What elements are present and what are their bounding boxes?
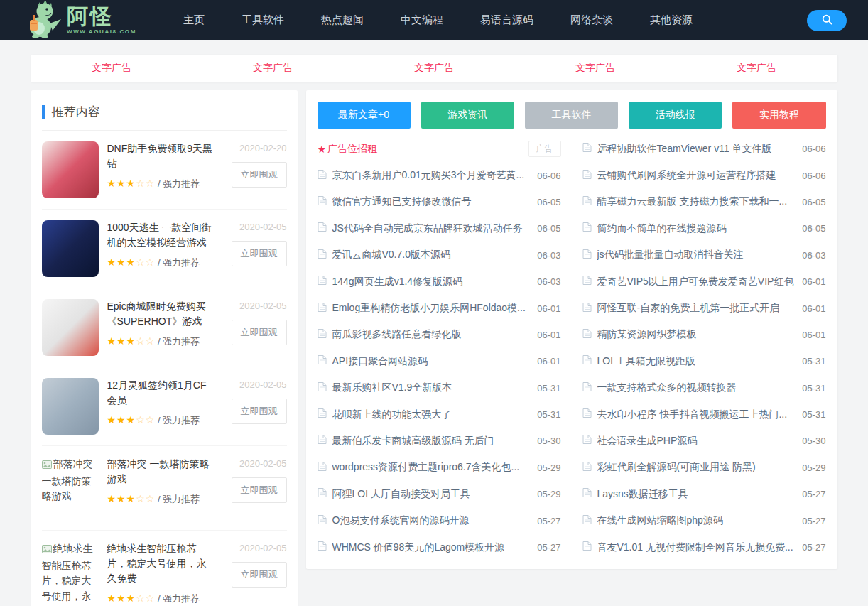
article-title-link[interactable]: 在线生成网站缩略图php源码 [597, 514, 796, 527]
category-button[interactable]: 实用教程 [732, 102, 825, 129]
item-thumbnail[interactable] [42, 299, 99, 356]
article-title-link[interactable]: LOL工具箱无限视距版 [597, 355, 796, 368]
text-ad-link[interactable]: 文字广告 [575, 62, 615, 75]
article-title-link[interactable]: 音友V1.01 无视付费限制全网音乐无损免费... [597, 541, 796, 554]
document-icon [318, 302, 327, 315]
article-title-link[interactable]: 爱讯云商城V0.7.0版本源码 [332, 249, 531, 261]
article-title-link[interactable]: O泡易支付系统官网的源码开源 [332, 514, 531, 527]
item-title[interactable]: 12月灵狐签约领1月CF会员 [107, 379, 207, 406]
category-button[interactable]: 游戏资讯 [421, 102, 514, 129]
item-thumbnail[interactable] [42, 141, 99, 198]
view-now-button[interactable]: 立即围观 [232, 162, 287, 188]
article-title-link[interactable]: 阿怪互联-自家的免费主机第一批正式开启 [597, 302, 796, 315]
article-title-link[interactable]: 远程协助软件TeamViewer v11 单文件版 [597, 143, 796, 156]
article-title-link[interactable]: JS代码全自动完成京东品牌狂欢城活动任务 [332, 222, 531, 235]
recommended-panel: 推荐内容 DNF助手免费领取9天黑钻 ★★★☆☆ / 强力推荐 2020-02-… [31, 90, 298, 606]
item-thumbnail[interactable] [42, 220, 99, 277]
item-title[interactable]: 绝地求生智能压枪芯片，稳定大号使用，永久免费 [107, 543, 207, 584]
article-row: 一款支持格式众多的视频转换器 05-31 [582, 375, 826, 401]
document-icon [582, 195, 592, 209]
article-title-link[interactable]: 简约而不简单的在线搜题源码 [597, 222, 796, 235]
article-title-link[interactable]: 144g网页生成v1.4修复版源码 [332, 276, 531, 288]
article-row: 远程协助软件TeamViewer v11 单文件版 06-06 [582, 136, 826, 162]
article-title-link[interactable]: Laysns数据迁移工具 [597, 488, 796, 501]
item-date: 2020-02-05 [239, 301, 287, 311]
item-title[interactable]: DNF助手免费领取9天黑钻 [107, 143, 213, 169]
article-title-link[interactable]: 酷享磁力云最新版 支持磁力搜索下载和一... [597, 195, 796, 208]
nav-item[interactable]: 中文编程 [382, 0, 462, 40]
article-date: 06-01 [802, 330, 825, 340]
text-ad-link[interactable]: 文字广告 [92, 62, 131, 75]
nav-item[interactable]: 工具软件 [223, 0, 303, 40]
article-column-right: 远程协助软件TeamViewer v11 单文件版 06-06 云铺购代刷网系统… [582, 136, 826, 561]
article-title-link[interactable]: 彩虹代刷全解源码(可商业用途 防黑) [597, 461, 796, 474]
item-title[interactable]: Epic商城限时免费购买《SUPERHOT》游戏 [107, 301, 206, 327]
site-logo[interactable]: 阿怪 WWW.AGUAI8.COM [21, 1, 136, 40]
item-thumbnail[interactable] [42, 378, 99, 435]
document-icon [582, 541, 592, 554]
rating-suffix: / 强力推荐 [158, 494, 200, 504]
article-title-link[interactable]: Emlog重构精仿老版小刀娱乐网HFoldao模... [332, 302, 531, 315]
article-title-link[interactable]: 精防某资源网织梦模板 [597, 328, 796, 341]
article-title-link[interactable]: js代码批量批量自动取消抖音关注 [597, 249, 796, 261]
broken-image-icon [42, 543, 52, 558]
item-side: 2020-02-05 立即围观 [222, 378, 287, 435]
document-icon [318, 328, 327, 342]
document-icon [582, 249, 592, 262]
view-now-button[interactable]: 立即围观 [232, 562, 287, 588]
article-title-link[interactable]: 最新乐购社区V1.9全新版本 [332, 382, 531, 394]
item-date: 2020-02-05 [239, 222, 287, 232]
nav-item[interactable]: 热点趣闻 [303, 0, 382, 40]
article-row: O泡易支付系统官网的源码开源 05-27 [318, 507, 561, 534]
category-button[interactable]: 最新文章+0 [318, 102, 411, 129]
article-list-left: 京东白条新用户0.01元购买3个月爱奇艺黄... 06-06 微信官方通知已支持… [318, 162, 561, 561]
article-title-link[interactable]: 爱奇艺VIP5以上用户可免费发爱奇艺VIP红包 [597, 276, 796, 288]
article-title-link[interactable]: 南瓜影视多线路任意看绿化版 [332, 328, 531, 341]
broken-thumbnail[interactable]: 部落冲突 一款塔防策略游戏 [42, 457, 99, 519]
ad-slot-link[interactable]: 广告位招租 [327, 143, 377, 156]
view-now-button[interactable]: 立即围观 [232, 399, 287, 424]
nav-item[interactable]: 主页 [165, 0, 223, 40]
document-icon [582, 487, 592, 501]
item-date: 2020-02-05 [239, 458, 287, 469]
item-side: 2020-02-05 立即围观 [222, 220, 287, 277]
article-title-link[interactable]: 云铺购代刷网系统全开源可运营程序搭建 [597, 169, 796, 182]
text-ad-link[interactable]: 文字广告 [253, 62, 293, 75]
category-button[interactable]: 活动线报 [629, 102, 722, 129]
article-title-link[interactable]: 去水印小程序 快手抖音视频搬运工上热门... [597, 408, 796, 421]
article-date: 06-06 [537, 171, 560, 181]
article-date: 05-27 [802, 489, 825, 499]
document-icon [582, 275, 592, 288]
item-rating: ★★★☆☆ / 强力推荐 [107, 256, 213, 269]
article-title-link[interactable]: WHMCS 价值98美元的Lagom模板开源 [332, 541, 531, 554]
article-title-link[interactable]: 最新伯乐发卡商城高级版源码 无后门 [332, 435, 531, 448]
star-rating-empty-icon: ☆☆ [136, 178, 155, 189]
broken-thumbnail[interactable]: 绝地求生智能压枪芯片，稳定大号使用，永久免费 [42, 541, 99, 604]
text-ad-link[interactable]: 文字广告 [414, 62, 454, 75]
text-ad-link[interactable]: 文字广告 [737, 62, 776, 75]
view-now-button[interactable]: 立即围观 [232, 477, 287, 503]
article-date: 05-27 [537, 542, 560, 553]
article-title-link[interactable]: 一款支持格式众多的视频转换器 [597, 382, 796, 394]
view-now-button[interactable]: 立即围观 [232, 320, 287, 345]
article-title-link[interactable]: 微信官方通知已支持修改微信号 [332, 195, 531, 208]
nav-item[interactable]: 网络杂谈 [552, 0, 631, 40]
view-now-button[interactable]: 立即围观 [232, 241, 287, 266]
nav-item[interactable]: 其他资源 [631, 0, 711, 40]
article-title-link[interactable]: API接口聚合网站源码 [332, 355, 531, 368]
article-title-link[interactable]: 阿狸LOL大厅自动接受对局工具 [332, 488, 531, 501]
article-title-link[interactable]: wordpress资源付费主题ripro6.7含美化包... [332, 461, 531, 474]
nav-item[interactable]: 易语言源码 [462, 0, 552, 40]
star-rating-empty-icon: ☆☆ [136, 493, 155, 504]
item-title[interactable]: 1000天逃生 一款空间街机的太空模拟经营游戏 [107, 222, 212, 248]
item-title[interactable]: 部落冲突 一款塔防策略游戏 [107, 458, 210, 485]
article-title-link[interactable]: 社会语录生成PHP源码 [597, 435, 796, 448]
category-button[interactable]: 工具软件 [525, 102, 618, 129]
search-button[interactable] [807, 10, 847, 31]
item-rating: ★★★☆☆ / 强力推荐 [107, 493, 213, 506]
document-icon [582, 142, 592, 156]
article-title-link[interactable]: 京东白条新用户0.01元购买3个月爱奇艺黄... [332, 169, 531, 182]
article-title-link[interactable]: 花呗新上线的功能太强大了 [332, 408, 531, 421]
item-rating: ★★★☆☆ / 强力推荐 [107, 178, 213, 190]
article-date: 06-01 [802, 303, 825, 314]
